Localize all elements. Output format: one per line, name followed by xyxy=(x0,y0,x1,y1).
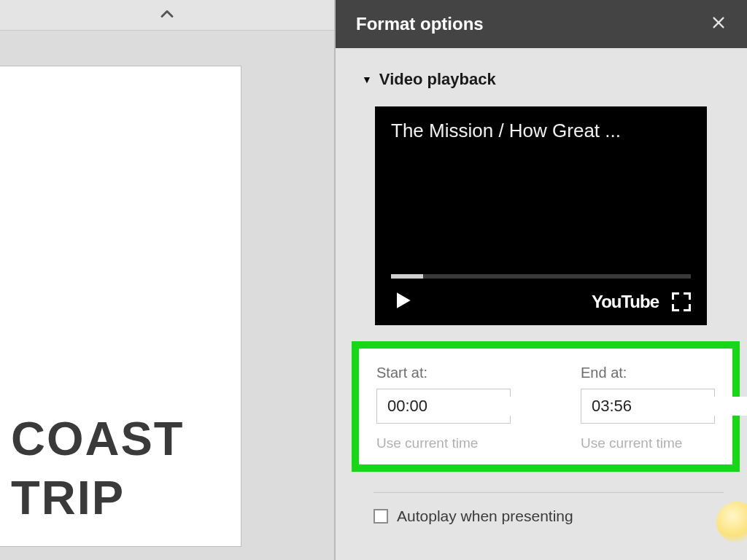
caret-down-icon: ▼ xyxy=(362,74,372,85)
format-options-panel: Format options ▼ Video playback The Miss… xyxy=(334,0,747,560)
close-button[interactable] xyxy=(711,15,727,34)
collapse-toolbar-button[interactable] xyxy=(0,0,334,31)
highlight-glow-icon xyxy=(716,502,747,542)
start-time-input[interactable] xyxy=(377,397,598,416)
video-title: The Mission / How Great ... xyxy=(391,120,691,142)
slide-title-line-1: COAST xyxy=(11,412,185,465)
time-range-region: Start at: Use current time End at: xyxy=(352,341,740,472)
autoplay-row: Autoplay when presenting xyxy=(336,508,747,525)
video-progress-fill xyxy=(391,274,423,279)
video-progress-track[interactable] xyxy=(391,274,691,279)
section-title: Video playback xyxy=(379,70,496,89)
section-toggle[interactable]: ▼ Video playback xyxy=(362,70,727,89)
end-time-input[interactable] xyxy=(581,397,747,416)
end-time-input-row xyxy=(581,389,715,424)
video-right-controls: YouTube xyxy=(592,292,691,312)
video-preview[interactable]: The Mission / How Great ... YouTube xyxy=(375,106,707,325)
fullscreen-button[interactable] xyxy=(672,292,691,311)
slide-title-text[interactable]: COAST TRIP xyxy=(11,409,185,528)
fullscreen-icon xyxy=(672,292,679,300)
section-divider xyxy=(374,492,724,493)
slide-title-line-2: TRIP xyxy=(11,471,125,524)
autoplay-checkbox[interactable] xyxy=(374,509,388,524)
play-button[interactable] xyxy=(391,289,414,315)
autoplay-label: Autoplay when presenting xyxy=(397,508,573,525)
end-time-label: End at: xyxy=(581,365,715,381)
chevron-up-icon xyxy=(157,4,177,27)
editor-area: COAST TRIP xyxy=(0,0,334,560)
slide-canvas[interactable]: COAST TRIP xyxy=(0,66,241,547)
start-use-current-time[interactable]: Use current time xyxy=(376,435,511,451)
app-root: COAST TRIP Format options ▼ Video playba… xyxy=(0,0,747,560)
end-time-column: End at: Use current time xyxy=(581,365,715,451)
start-time-label: Start at: xyxy=(376,365,511,381)
panel-title: Format options xyxy=(356,14,484,34)
video-preview-wrap: The Mission / How Great ... YouTube xyxy=(375,106,727,325)
start-time-column: Start at: Use current time xyxy=(376,365,511,451)
start-time-input-row xyxy=(376,389,511,424)
video-controls: YouTube xyxy=(391,289,691,315)
close-icon xyxy=(711,20,727,33)
panel-header: Format options xyxy=(336,0,747,48)
end-use-current-time[interactable]: Use current time xyxy=(581,435,715,451)
youtube-logo[interactable]: YouTube xyxy=(592,292,659,312)
play-icon xyxy=(391,302,414,314)
video-playback-section: ▼ Video playback The Mission / How Great… xyxy=(336,48,747,332)
